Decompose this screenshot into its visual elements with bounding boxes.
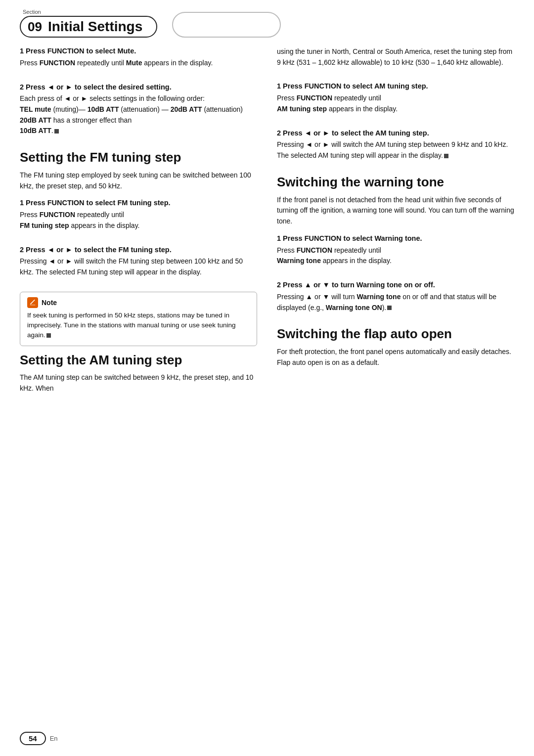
note-header: Note	[27, 297, 250, 308]
am-intro: The AM tuning step can be switched betwe…	[20, 372, 257, 394]
flap-title: Switching the flap auto open	[277, 327, 514, 342]
am-continued-body: using the tuner in North, Central or Sou…	[277, 46, 514, 68]
section-badge: Section 09 Initial Settings	[20, 9, 157, 38]
right-column: using the tuner in North, Central or Sou…	[277, 46, 514, 382]
mute-step1-body: Press FUNCTION repeatedly until Mute app…	[20, 58, 257, 69]
mute-step2-heading: 2 Press ◄ or ► to select the desired set…	[20, 83, 257, 92]
am-continued-section: using the tuner in North, Central or Sou…	[277, 46, 514, 68]
warning-intro: If the front panel is not detached from …	[277, 195, 514, 227]
mute-step2-section: 2 Press ◄ or ► to select the desired set…	[20, 83, 257, 137]
left-column: 1 Press FUNCTION to select Mute. Press F…	[20, 46, 257, 408]
warning-section: Switching the warning tone If the front …	[277, 175, 514, 267]
note-text: If seek tuning is performed in 50 kHz st…	[27, 311, 250, 341]
section-label: Section	[20, 9, 41, 15]
fm-intro: The FM tuning step employed by seek tuni…	[20, 170, 257, 191]
mute-step1-heading: 1 Press FUNCTION to select Mute.	[20, 46, 257, 56]
mute-step2-body: Each press of ◄ or ► selects settings in…	[20, 93, 257, 136]
section-pill: 09 Initial Settings	[20, 16, 157, 38]
main-columns: 1 Press FUNCTION to select Mute. Press F…	[0, 38, 534, 423]
note-box: Note If seek tuning is performed in 50 k…	[20, 292, 257, 346]
fm-section: Setting the FM tuning step The FM tuning…	[20, 150, 257, 231]
section-number: 09	[28, 20, 42, 33]
fm-step2-body: Pressing ◄ or ► will switch the FM tunin…	[20, 256, 257, 277]
warning-step1-heading: 1 Press FUNCTION to select Warning tone.	[277, 234, 514, 243]
end-marker-3	[444, 154, 448, 158]
end-marker-2	[46, 333, 51, 338]
am-step2-body: Pressing ◄ or ► will switch the AM tunin…	[277, 139, 514, 161]
am-title: Setting the AM tuning step	[20, 353, 257, 368]
warning-step2-body: Pressing ▲ or ▼ will turn Warning tone o…	[277, 292, 514, 313]
warning-step2-heading: 2 Press ▲ or ▼ to turn Warning tone on o…	[277, 280, 514, 290]
am-step2-section: 2 Press ◄ or ► to select the AM tuning s…	[277, 129, 514, 161]
fm-step2-section: 2 Press ◄ or ► to select the FM tuning s…	[20, 245, 257, 278]
note-icon	[27, 297, 38, 308]
page: Section 09 Initial Settings 1 Press FUNC…	[0, 0, 534, 756]
fm-step1-body: Press FUNCTION repeatedly until FM tunin…	[20, 210, 257, 231]
flap-intro: For theft protection, the front panel op…	[277, 347, 514, 368]
note-title: Note	[42, 299, 57, 307]
fm-step2-heading: 2 Press ◄ or ► to select the FM tuning s…	[20, 245, 257, 255]
am-step1-body: Press FUNCTION repeatedly until AM tunin…	[277, 93, 514, 114]
fm-step1-heading: 1 Press FUNCTION to select FM tuning ste…	[20, 198, 257, 208]
am-section: Setting the AM tuning step The AM tuning…	[20, 353, 257, 394]
pencil-icon	[29, 299, 36, 306]
am-step1-heading: 1 Press FUNCTION to select AM tuning ste…	[277, 82, 514, 91]
page-number: 54	[20, 732, 46, 745]
section-title: Initial Settings	[48, 20, 142, 34]
page-header: Section 09 Initial Settings	[0, 0, 534, 38]
warning-step1-body: Press FUNCTION repeatedly until Warning …	[277, 245, 514, 267]
header-right-box	[172, 12, 281, 38]
am-step2-heading: 2 Press ◄ or ► to select the AM tuning s…	[277, 129, 514, 138]
end-marker-1	[54, 129, 59, 133]
footer-lang: En	[50, 735, 58, 742]
am-step1-section: 1 Press FUNCTION to select AM tuning ste…	[277, 82, 514, 114]
mute-section: 1 Press FUNCTION to select Mute. Press F…	[20, 46, 257, 69]
fm-title: Setting the FM tuning step	[20, 150, 257, 165]
warning-title: Switching the warning tone	[277, 175, 514, 190]
page-footer: 54 En	[0, 732, 534, 745]
end-marker-4	[387, 306, 392, 310]
warning-step2-section: 2 Press ▲ or ▼ to turn Warning tone on o…	[277, 280, 514, 313]
flap-section: Switching the flap auto open For theft p…	[277, 327, 514, 368]
